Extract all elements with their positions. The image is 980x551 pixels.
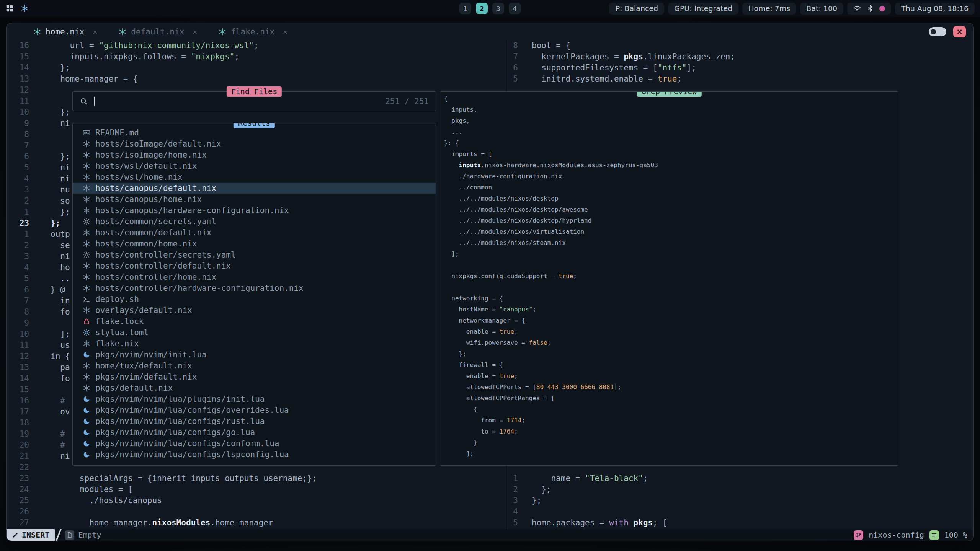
window-close-button[interactable]: × — [953, 26, 966, 37]
code-line: wifi.powersave = false; — [444, 339, 898, 350]
app-launcher-icon[interactable] — [5, 4, 14, 13]
tab-default.nix[interactable]: default.nix× — [119, 27, 197, 36]
workspace-3[interactable]: 3 — [492, 3, 504, 14]
line-number: 5 — [506, 517, 518, 528]
result-item[interactable]: pkgs/nvim/nvim/lua/configs/overrides.lua — [73, 404, 436, 416]
result-item[interactable]: hosts/controller/default.nix — [73, 260, 436, 271]
nix-icon — [83, 151, 90, 159]
code-line: 3}; — [506, 495, 973, 506]
result-item[interactable]: hosts/canopus/hardware-configuration.nix — [73, 205, 436, 216]
code-line: 5 initrd.systemd.enable = true; — [506, 73, 973, 85]
tab-close-icon[interactable]: × — [193, 27, 197, 36]
line-number: 4 — [7, 173, 29, 184]
line-text: }: { — [444, 139, 459, 150]
tab-close-icon[interactable]: × — [283, 27, 287, 36]
code-line: 6 supportedFilesystems = ["ntfs"]; — [506, 62, 973, 73]
line-text: }; — [444, 350, 466, 361]
code-line: 13 home-manager = { — [7, 73, 506, 85]
line-number: 17 — [7, 406, 29, 417]
repo-icon-chip — [854, 530, 863, 540]
code-line: 16 url = "github:nix-community/nixos-wsl… — [7, 40, 506, 51]
line-text: ... — [444, 128, 462, 139]
line-number: 13 — [7, 73, 29, 85]
line-number: 23 — [7, 473, 29, 484]
line-text: networking = { — [444, 295, 503, 306]
result-item[interactable]: hosts/isoImage/default.nix — [73, 138, 436, 149]
line-text: ho — [51, 262, 70, 273]
result-label: pkgs/default.nix — [95, 383, 173, 393]
result-item[interactable]: hosts/common/home.nix — [73, 238, 436, 249]
result-item[interactable]: deploy.sh — [73, 293, 436, 305]
text-cursor — [94, 97, 95, 106]
line-text — [51, 462, 56, 473]
result-item[interactable]: hosts/common/secrets.yaml — [73, 216, 436, 227]
result-item[interactable]: stylua.toml — [73, 327, 436, 338]
code-line: 2 }; — [506, 484, 973, 495]
code-line: ../../modules/nixos/desktop/hyprland — [444, 217, 898, 228]
result-item[interactable]: hosts/controller/home.nix — [73, 271, 436, 282]
result-item[interactable]: pkgs/nvim/default.nix — [73, 371, 436, 382]
code-line: ../../modules/nixos/desktop — [444, 195, 898, 206]
line-number: 7 — [7, 140, 29, 151]
find-files-prompt[interactable]: Find Files 251 / 251 — [72, 91, 436, 111]
result-item[interactable]: pkgs/nvim/nvim/lua/configs/lspconfig.lua — [73, 449, 436, 460]
code-line: 24 modules = [ — [7, 484, 506, 495]
line-text: inputs.nixpkgs.follows = "nixpkgs"; — [51, 51, 239, 62]
line-text: ni — [51, 251, 70, 262]
result-item[interactable]: hosts/isoImage/home.nix — [73, 149, 436, 160]
result-item[interactable]: pkgs/nvim/nvim/lua/configs/go.lua — [73, 427, 436, 438]
line-text — [51, 417, 56, 429]
lua-icon — [83, 395, 90, 403]
line-number: 10 — [7, 329, 29, 340]
topbar-left — [5, 4, 29, 13]
tab-flake.nix[interactable]: flake.nix× — [219, 27, 287, 36]
result-item[interactable]: hosts/common/default.nix — [73, 227, 436, 238]
result-label: hosts/canopus/hardware-configuration.nix — [95, 206, 289, 215]
result-item[interactable]: README.md — [73, 127, 436, 138]
code-line: }; — [444, 350, 898, 361]
result-label: pkgs/nvim/nvim/lua/configs/lspconfig.lua — [95, 450, 289, 459]
editor-right-pane-top[interactable]: 8boot = {7 kernelPackages = pkgs.linuxPa… — [506, 40, 973, 85]
result-item[interactable]: home/tux/default.nix — [73, 360, 436, 371]
workspace-2[interactable]: 2 — [476, 3, 488, 14]
result-label: stylua.toml — [95, 328, 149, 337]
result-item[interactable]: pkgs/nvim/nvim/lua/plugins/init.lua — [73, 393, 436, 404]
result-item[interactable]: hosts/canopus/default.nix — [73, 183, 436, 194]
result-item[interactable]: hosts/canopus/home.nix — [73, 194, 436, 205]
line-text: to = 1764; — [444, 428, 518, 439]
code-line: 27 home-manager.nixosModules.home-manage… — [7, 517, 506, 528]
result-item[interactable]: flake.nix — [73, 338, 436, 349]
nix-icon — [83, 362, 90, 370]
result-item[interactable]: overlays/default.nix — [73, 305, 436, 316]
result-item[interactable]: pkgs/nvim/nvim/init.lua — [73, 349, 436, 360]
workspace-1[interactable]: 1 — [459, 3, 471, 14]
terminal-window: home.nix×default.nix×flake.nix× × 16 url… — [6, 23, 974, 541]
nix-icon — [83, 262, 90, 270]
code-line: }: { — [444, 139, 898, 150]
result-item[interactable]: flake.lock — [73, 316, 436, 327]
result-item[interactable]: hosts/wsl/home.nix — [73, 171, 436, 183]
result-item[interactable]: hosts/wsl/default.nix — [73, 160, 436, 171]
line-text: ni — [51, 451, 70, 462]
result-item[interactable]: hosts/controller/hardware-configuration.… — [73, 282, 436, 293]
nix-icon — [83, 229, 90, 236]
tab-home.nix[interactable]: home.nix× — [33, 27, 97, 36]
result-item[interactable]: pkgs/default.nix — [73, 382, 436, 393]
workspace-4[interactable]: 4 — [509, 3, 521, 14]
line-text: so — [51, 196, 70, 207]
line-text: ni — [51, 173, 70, 184]
result-item[interactable]: pkgs/nvim/nvim/lua/configs/rust.lua — [73, 416, 436, 427]
result-item[interactable]: hosts/controller/secrets.yaml — [73, 249, 436, 260]
tab-label: flake.nix — [231, 27, 274, 36]
nix-icon — [83, 207, 90, 214]
file-status: Empty — [78, 530, 101, 540]
editor-right-pane-bottom[interactable]: 1 name = "Tela-black";2 };3};4 5home.pac… — [506, 473, 973, 528]
code-line: networking = { — [444, 295, 898, 306]
line-number: 16 — [7, 40, 29, 51]
line-number: 16 — [7, 395, 29, 406]
tab-close-icon[interactable]: × — [93, 27, 97, 36]
nix-icon — [83, 162, 90, 170]
line-number: 9 — [7, 118, 29, 129]
toggle-switch[interactable] — [929, 27, 946, 36]
result-item[interactable]: pkgs/nvim/nvim/lua/configs/conform.lua — [73, 438, 436, 449]
